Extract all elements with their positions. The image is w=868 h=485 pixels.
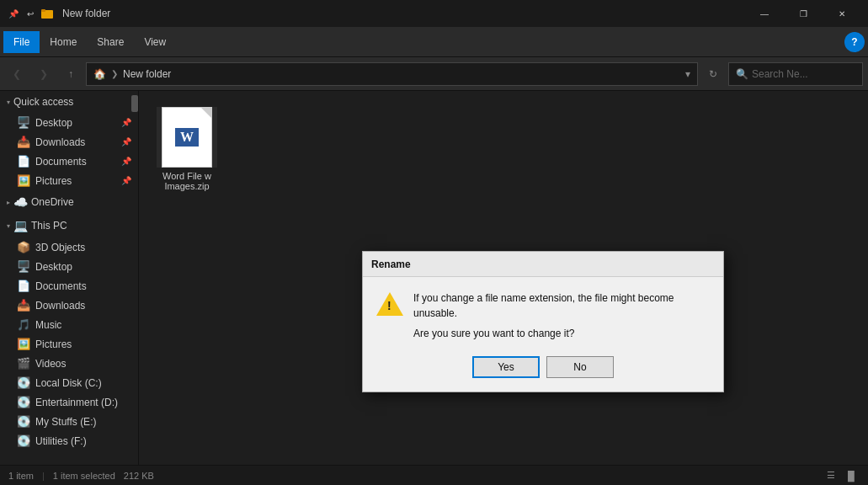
pin-indicator: 📌: [121, 118, 131, 127]
utilities-f-icon: 💽: [17, 434, 30, 447]
sidebar-3dobjects-label: 3D Objects: [35, 242, 85, 253]
tab-share[interactable]: Share: [87, 31, 134, 53]
downloads-icon: 📥: [17, 136, 30, 148]
address-dropdown-icon[interactable]: ▾: [685, 68, 690, 80]
dialog-overlay: Rename ! If you change a file name exten…: [139, 91, 868, 465]
status-bar: 1 item | 1 item selected 212 KB ☰ █: [0, 465, 868, 485]
pictures-icon: 🖼️: [17, 174, 30, 187]
sidebar-item-3dobjects[interactable]: 📦 3D Objects: [0, 237, 138, 257]
pin-icon[interactable]: 📌: [7, 7, 20, 20]
status-size: 212 KB: [124, 471, 154, 481]
address-chevron: ❯: [111, 69, 118, 78]
sidebar-item-entertainment-d[interactable]: 💽 Entertainment (D:): [0, 392, 138, 412]
main-layout: ▾ Quick access 🖥️ Desktop 📌 📥 Downloads …: [0, 91, 868, 465]
sidebar-item-downloads-quick[interactable]: 📥 Downloads 📌: [0, 132, 138, 152]
no-button[interactable]: No: [546, 356, 614, 378]
pin-indicator-doc: 📌: [121, 157, 131, 166]
sidebar-desktop-label: Desktop: [35, 117, 72, 129]
pictures-pc-icon: 🖼️: [17, 338, 30, 350]
sidebar-item-my-stuffs-e[interactable]: 💽 My Stuffs (E:): [0, 412, 138, 431]
sidebar-scrollbar-thumb[interactable]: [131, 95, 138, 112]
sidebar-section-quick-access[interactable]: ▾ Quick access: [0, 91, 138, 113]
folder-icon: [40, 7, 54, 20]
search-bar[interactable]: 🔍 Search Ne...: [728, 62, 863, 86]
warning-icon: !: [376, 290, 403, 317]
nav-bar: ❮ ❯ ↑ 🏠 ❯ New folder ▾ ↻ 🔍 Search Ne...: [0, 57, 868, 91]
sidebar-item-pictures-pc[interactable]: 🖼️ Pictures: [0, 334, 138, 354]
warning-exclamation: !: [387, 299, 391, 312]
dialog-question: Are you sure you want to change it?: [413, 328, 710, 339]
window-title: New folder: [62, 8, 110, 19]
sidebar-item-videos[interactable]: 🎬 Videos: [0, 354, 138, 373]
sidebar-item-downloads-pc[interactable]: 📥 Downloads: [0, 296, 138, 315]
tab-view[interactable]: View: [134, 31, 176, 53]
search-placeholder: Search Ne...: [752, 68, 808, 80]
address-path: New folder: [123, 68, 171, 80]
tab-file[interactable]: File: [3, 31, 40, 53]
sidebar-entertainment-d-label: Entertainment (D:): [35, 397, 118, 408]
music-icon: 🎵: [17, 318, 30, 331]
sidebar-pictures-pc-label: Pictures: [35, 338, 72, 350]
restore-button[interactable]: ❒: [784, 0, 823, 27]
sidebar-item-pictures-quick[interactable]: 🖼️ Pictures 📌: [0, 171, 138, 190]
ribbon: File Home Share View ?: [0, 27, 868, 57]
forward-button[interactable]: ❯: [32, 62, 56, 86]
sidebar-section-onedrive[interactable]: ▸ ☁️ OneDrive: [0, 190, 138, 214]
sidebar-item-music[interactable]: 🎵 Music: [0, 315, 138, 334]
thispc-chevron: ▾: [7, 222, 10, 230]
onedrive-icon: ☁️: [13, 195, 28, 209]
quick-access-chevron: ▾: [7, 99, 10, 106]
sidebar-pictures-label: Pictures: [35, 175, 72, 187]
videos-icon: 🎬: [17, 357, 30, 370]
desktop-pc-icon: 🖥️: [17, 260, 30, 273]
status-count: 1 item: [8, 471, 34, 481]
thispc-label: This PC: [31, 220, 67, 232]
my-stuffs-e-icon: 💽: [17, 415, 30, 428]
help-button[interactable]: ?: [844, 32, 865, 52]
dialog-text: If you change a file name extension, the…: [413, 290, 710, 339]
title-bar: 📌 ↩ New folder — ❒ ✕: [0, 0, 868, 27]
back-button[interactable]: ❮: [5, 62, 29, 86]
view-details-button[interactable]: ☰: [823, 467, 839, 484]
rename-dialog: Rename ! If you change a file name exten…: [362, 251, 724, 392]
content-area: W Word File w Images.zip Rename !: [139, 91, 868, 465]
dialog-body: ! If you change a file name extension, t…: [363, 277, 723, 349]
sidebar-my-stuffs-e-label: My Stuffs (E:): [35, 416, 96, 428]
3dobjects-icon: 📦: [17, 241, 30, 253]
quick-access-label: Quick access: [13, 96, 73, 108]
status-selected: 1 item selected: [53, 471, 115, 481]
sidebar-music-label: Music: [35, 319, 61, 331]
sidebar-item-documents-quick[interactable]: 📄 Documents 📌: [0, 152, 138, 171]
desktop-icon: 🖥️: [17, 116, 30, 129]
sidebar-documents-pc-label: Documents: [35, 280, 87, 292]
sidebar-downloads-pc-label: Downloads: [35, 300, 85, 312]
dialog-title-bar: Rename: [363, 252, 723, 277]
tab-home[interactable]: Home: [40, 31, 87, 53]
status-divider: |: [42, 471, 45, 481]
local-disk-c-icon: 💽: [17, 376, 30, 389]
title-bar-icons: 📌 ↩: [7, 7, 54, 20]
view-large-icons-button[interactable]: █: [843, 467, 860, 484]
address-bar[interactable]: 🏠 ❯ New folder ▾: [86, 62, 698, 86]
sidebar-item-desktop-pc[interactable]: 🖥️ Desktop: [0, 257, 138, 276]
up-button[interactable]: ↑: [59, 62, 83, 86]
refresh-button[interactable]: ↻: [701, 62, 725, 86]
sidebar-item-local-disk-c[interactable]: 💽 Local Disk (C:): [0, 373, 138, 392]
sidebar-utilities-f-label: Utilities (F:): [35, 435, 87, 447]
pin-indicator-pic: 📌: [121, 176, 131, 185]
sidebar: ▾ Quick access 🖥️ Desktop 📌 📥 Downloads …: [0, 91, 139, 465]
sidebar-item-desktop-quick[interactable]: 🖥️ Desktop 📌: [0, 113, 138, 132]
downloads-pc-icon: 📥: [17, 299, 30, 312]
pin-indicator-dl: 📌: [121, 137, 131, 147]
close-button[interactable]: ✕: [823, 0, 861, 27]
dialog-message: If you change a file name extension, the…: [413, 290, 710, 321]
sidebar-scrollbar[interactable]: [131, 91, 138, 465]
undo-icon[interactable]: ↩: [24, 7, 37, 20]
minimize-button[interactable]: —: [745, 0, 784, 27]
sidebar-section-thispc[interactable]: ▾ 💻 This PC: [0, 214, 138, 237]
yes-button[interactable]: Yes: [472, 356, 540, 378]
sidebar-item-utilities-f[interactable]: 💽 Utilities (F:): [0, 431, 138, 450]
sidebar-item-documents-pc[interactable]: 📄 Documents: [0, 276, 138, 296]
onedrive-label: OneDrive: [31, 196, 74, 208]
documents-icon: 📄: [17, 155, 30, 168]
